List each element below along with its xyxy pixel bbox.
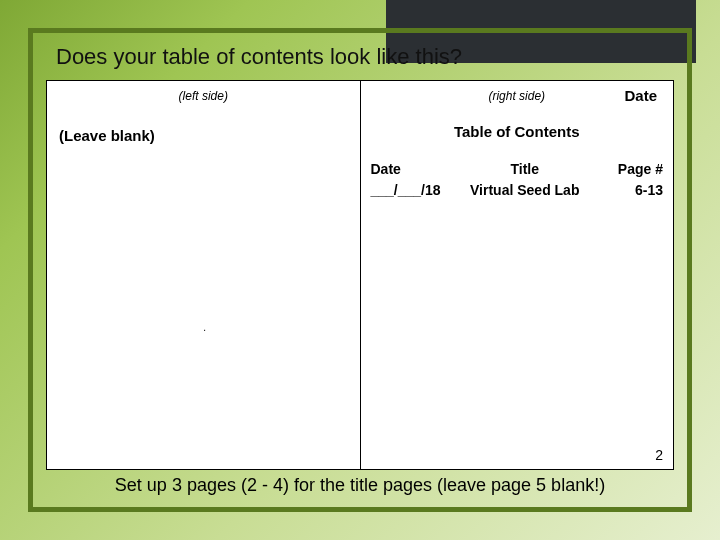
decorative-dot: . [203,322,206,333]
col-header-page: Page # [591,159,663,180]
col-header-title: Title [459,159,592,180]
toc-header-row: Date Title Page # [371,159,664,180]
date-top-label: Date [624,87,657,104]
notebook-right-page: (right side) Date Table of Contents Date… [361,81,674,469]
cell-page: 6-13 [591,180,663,201]
cell-title: Virtual Seed Lab [459,180,592,201]
page-number: 2 [655,447,663,463]
toc-grid: Date Title Page # ___/___/18 Virtual See… [371,159,664,201]
slide-title: Does your table of contents look like th… [56,44,462,70]
toc-data-row: ___/___/18 Virtual Seed Lab 6-13 [371,180,664,201]
notebook: (left side) (Leave blank) . (right side)… [46,80,674,470]
toc-heading: Table of Contents [361,123,674,140]
notebook-left-page: (left side) (Leave blank) . [47,81,361,469]
slide: Does your table of contents look like th… [0,0,720,540]
col-header-date: Date [371,159,459,180]
leave-blank-text: (Leave blank) [59,127,155,144]
footer-instruction: Set up 3 pages (2 - 4) for the title pag… [0,475,720,496]
cell-date: ___/___/18 [371,180,459,201]
left-side-label: (left side) [47,89,360,103]
